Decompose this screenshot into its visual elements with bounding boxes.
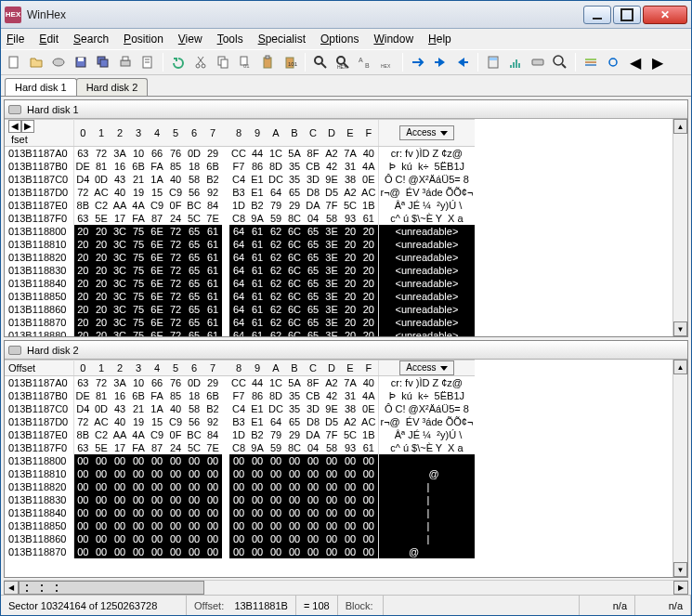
hex-cell[interactable]: 00 bbox=[203, 454, 222, 467]
hex-cell[interactable]: 29 bbox=[285, 428, 304, 441]
save-icon[interactable] bbox=[72, 53, 90, 72]
hex-cell[interactable]: 3C bbox=[111, 329, 129, 336]
hex-cell[interactable]: 00 bbox=[285, 519, 304, 532]
hex-cell[interactable]: 72 bbox=[166, 251, 185, 264]
hex-cell[interactable]: 87 bbox=[148, 212, 166, 225]
hex-row[interactable]: 013B118870000000000000000000000000000000… bbox=[5, 545, 475, 558]
hex-cell[interactable]: 62 bbox=[267, 303, 285, 316]
hex-cell[interactable]: 20 bbox=[73, 264, 92, 277]
hex-cell[interactable]: 66 bbox=[148, 376, 166, 390]
ascii-cell[interactable]: <unreadable> bbox=[378, 264, 475, 277]
hex-cell[interactable]: 61 bbox=[203, 238, 222, 251]
hex-cell[interactable]: 00 bbox=[304, 532, 322, 545]
col-3[interactable]: 3 bbox=[129, 360, 148, 376]
hex-cell[interactable]: 7E bbox=[203, 441, 222, 454]
hex-cell[interactable]: 72 bbox=[166, 303, 185, 316]
hex-cell[interactable]: 93 bbox=[341, 441, 359, 454]
back-icon[interactable] bbox=[431, 53, 450, 72]
hex-cell[interactable]: 20 bbox=[73, 277, 92, 290]
hex-cell[interactable]: 6C bbox=[285, 329, 304, 336]
hex-cell[interactable]: 72 bbox=[92, 376, 111, 390]
menu-search[interactable]: Search bbox=[73, 33, 109, 46]
hex-cell[interactable]: 00 bbox=[203, 519, 222, 532]
hex-cell[interactable]: 00 bbox=[166, 532, 185, 545]
open-disk-icon[interactable] bbox=[49, 53, 68, 72]
replace-icon[interactable]: AB bbox=[356, 53, 374, 72]
col-A[interactable]: A bbox=[267, 360, 285, 376]
menu-window[interactable]: Window bbox=[373, 33, 413, 46]
hex-cell[interactable]: D5 bbox=[322, 186, 341, 199]
hex-cell[interactable]: 00 bbox=[92, 454, 111, 467]
hex-cell[interactable]: 00 bbox=[92, 493, 111, 506]
hex-cell[interactable]: 75 bbox=[129, 238, 148, 251]
ascii-cell[interactable]: <unreadable> bbox=[378, 225, 475, 238]
hex-cell[interactable]: 00 bbox=[248, 467, 267, 480]
col-1[interactable]: 1 bbox=[92, 360, 111, 376]
col-9[interactable]: 9 bbox=[248, 360, 267, 376]
hex-cell[interactable]: 61 bbox=[203, 316, 222, 329]
hex-cell[interactable]: B3 bbox=[229, 186, 248, 199]
hex-cell[interactable]: 00 bbox=[111, 467, 129, 480]
hex-cell[interactable]: 5C bbox=[185, 441, 203, 454]
hex-cell[interactable]: 44 bbox=[248, 376, 267, 390]
hex-cell[interactable]: 00 bbox=[229, 454, 248, 467]
col-E[interactable]: E bbox=[341, 360, 359, 376]
hex-cell[interactable]: 00 bbox=[267, 545, 285, 558]
hex-cell[interactable]: 00 bbox=[129, 519, 148, 532]
hex-cell[interactable]: 72 bbox=[166, 329, 185, 336]
hex-cell[interactable]: 5C bbox=[185, 212, 203, 225]
offset-cell[interactable]: 013B118800 bbox=[5, 225, 73, 238]
hex-cell[interactable]: 00 bbox=[148, 545, 166, 558]
offset-cell[interactable]: 013B118870 bbox=[5, 316, 73, 329]
hex-cell[interactable]: 35 bbox=[285, 160, 304, 173]
hex-row[interactable]: 013B11881020203C756E7265616461626C653E20… bbox=[5, 238, 475, 251]
scroll-down-icon[interactable]: ▼ bbox=[673, 562, 687, 577]
hex-cell[interactable]: 6C bbox=[285, 316, 304, 329]
hex-cell[interactable]: 20 bbox=[359, 290, 378, 303]
hex-cell[interactable]: 20 bbox=[359, 251, 378, 264]
hex-cell[interactable]: 64 bbox=[229, 264, 248, 277]
hex-cell[interactable]: 00 bbox=[341, 545, 359, 558]
hex-cell[interactable]: 81 bbox=[92, 160, 111, 173]
ascii-cell[interactable]: <unreadable> bbox=[378, 316, 475, 329]
hex-cell[interactable]: 4A bbox=[129, 428, 148, 441]
hex-cell[interactable]: 72 bbox=[73, 415, 92, 428]
hex-cell[interactable]: 00 bbox=[166, 545, 185, 558]
find-text-icon[interactable] bbox=[311, 53, 330, 72]
hex-cell[interactable]: 64 bbox=[229, 238, 248, 251]
hex-cell[interactable]: 21 bbox=[129, 173, 148, 186]
hex-cell[interactable]: C9 bbox=[148, 199, 166, 212]
hex-cell[interactable]: 00 bbox=[73, 480, 92, 493]
hex-cell[interactable]: 10 bbox=[129, 147, 148, 161]
col-0[interactable]: 0 bbox=[73, 360, 92, 376]
hex-cell[interactable]: 00 bbox=[267, 480, 285, 493]
hex-cell[interactable]: 04 bbox=[304, 441, 322, 454]
menu-specialist[interactable]: Specialist bbox=[258, 33, 306, 46]
ascii-cell[interactable]: Âª JÉ ¼ ²y)Ú \ bbox=[378, 428, 475, 441]
scroll-down-icon[interactable]: ▼ bbox=[673, 321, 687, 336]
hex-cell[interactable]: 43 bbox=[111, 173, 129, 186]
hex-cell[interactable]: 00 bbox=[73, 545, 92, 558]
hex-cell[interactable]: 16 bbox=[111, 160, 129, 173]
col-7[interactable]: 7 bbox=[203, 360, 222, 376]
hex-cell[interactable]: 62 bbox=[267, 251, 285, 264]
hex-cell[interactable]: A2 bbox=[341, 186, 359, 199]
hex-cell[interactable]: 40 bbox=[166, 173, 185, 186]
ascii-cell[interactable]: Þ kú k÷ 5ËB1J bbox=[378, 160, 475, 173]
hex-cell[interactable]: 00 bbox=[148, 506, 166, 519]
hex-cell[interactable]: 00 bbox=[185, 467, 203, 480]
titlebar[interactable]: HEX WinHex bbox=[1, 1, 691, 29]
hex-cell[interactable]: 0D bbox=[185, 376, 203, 390]
v-scrollbar[interactable]: ▲▼ bbox=[672, 119, 687, 336]
hex-cell[interactable]: 75 bbox=[129, 290, 148, 303]
hex-cell[interactable]: 43 bbox=[111, 402, 129, 415]
hex-cell[interactable]: AC bbox=[359, 415, 378, 428]
hex-cell[interactable]: 7E bbox=[203, 212, 222, 225]
hex-cell[interactable]: 20 bbox=[73, 290, 92, 303]
hex-cell[interactable]: 00 bbox=[267, 506, 285, 519]
hex-cell[interactable]: 63 bbox=[73, 441, 92, 454]
hex-cell[interactable]: 7F bbox=[322, 199, 341, 212]
hex-cell[interactable]: 00 bbox=[304, 545, 322, 558]
hex-cell[interactable]: 00 bbox=[111, 480, 129, 493]
hex-cell[interactable]: 81 bbox=[92, 389, 111, 402]
